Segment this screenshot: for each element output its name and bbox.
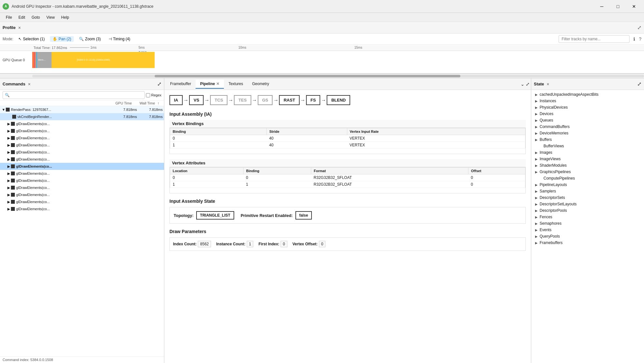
state-item-imageviews[interactable]: ▶ ImageViews — [531, 156, 644, 162]
state-item-descriptorpools[interactable]: ▶ DescriptorPools — [531, 207, 644, 214]
minimize-button[interactable]: ─ — [594, 1, 609, 12]
regex-checkbox-label[interactable]: Regex — [146, 93, 161, 97]
selection-mode-button[interactable]: ↖ Selection (1) — [16, 36, 47, 42]
state-item-descriptorsets[interactable]: ▶ DescriptorSets — [531, 194, 644, 201]
list-item[interactable]: ▶ glDrawElements(co... — [0, 177, 164, 184]
tab-textures[interactable]: Textures — [224, 80, 247, 89]
stage-tes[interactable]: TES — [234, 95, 251, 105]
expand-arrow-icon[interactable]: ▶ — [6, 136, 11, 140]
expand-arrow-icon[interactable]: ▶ — [6, 150, 11, 154]
expand-arrow-icon[interactable]: ▶ — [6, 122, 11, 126]
stage-gs[interactable]: GS — [258, 95, 273, 105]
timeline-scrollbar[interactable] — [0, 74, 644, 78]
expand-arrow-icon[interactable]: ▶ — [6, 172, 11, 176]
state-item-instances[interactable]: ▶ Instances — [531, 98, 644, 104]
expand-arrow-icon[interactable]: ▶ — [6, 186, 11, 190]
state-item-descriptorsetlayouts[interactable]: ▶ DescriptorSetLayouts — [531, 201, 644, 207]
state-item-graphicspipelines[interactable]: ▶ GraphicsPipelines — [531, 169, 644, 175]
state-item-images[interactable]: ▶ Images — [531, 149, 644, 156]
zoom-mode-button[interactable]: 🔍 Zoom (3) — [76, 36, 103, 42]
expand-arrow-icon[interactable]: ▶ — [6, 207, 11, 211]
expand-arrow-icon[interactable]: ▶ — [6, 157, 11, 162]
list-item[interactable]: ▶ glDrawElements(co... — [0, 142, 164, 149]
list-item[interactable]: ▶ glDrawElements(co... — [0, 134, 164, 142]
list-item[interactable]: ▶ glDrawElements(co... — [0, 191, 164, 198]
stage-blend[interactable]: BLEND — [327, 95, 350, 105]
filter-tracks-input[interactable] — [559, 35, 630, 43]
profile-close-button[interactable]: × — [18, 25, 21, 30]
expand-arrow-icon[interactable]: ▶ — [6, 129, 11, 133]
stage-fs[interactable]: FS — [306, 95, 321, 105]
list-item[interactable]: ▶ glDrawElements(co... — [0, 198, 164, 205]
expand-arrow-icon[interactable]: ▼ — [1, 108, 6, 112]
profile-expand-button[interactable]: ⤢ — [637, 25, 641, 31]
expand-arrow-icon[interactable]: ▶ — [6, 179, 11, 183]
state-list[interactable]: ▶ cachedUnpackedImageAspectBits ▶ Instan… — [531, 90, 644, 363]
commands-expand-button[interactable]: ⤢ — [157, 81, 161, 87]
state-item-devicememories[interactable]: ▶ DeviceMemories — [531, 130, 644, 136]
stage-tcs[interactable]: TCS — [210, 95, 227, 105]
expand-arrow-icon[interactable]: ▶ — [6, 164, 11, 169]
timing-mode-button[interactable]: ⊣ Timing (4) — [106, 36, 133, 42]
close-button[interactable]: ✕ — [627, 1, 641, 12]
list-item[interactable]: ▶ vkCmdBeginRender... 7.818ms 7.818ms — [0, 113, 164, 120]
help-button[interactable]: ? — [639, 36, 641, 42]
stage-ia[interactable]: IA — [169, 95, 183, 105]
menu-edit[interactable]: Edit — [15, 15, 28, 20]
state-item-commandbuffers[interactable]: ▶ CommandBuffers — [531, 123, 644, 130]
state-item-fences[interactable]: ▶ Fences — [531, 214, 644, 220]
state-item-querypools[interactable]: ▶ QueryPools — [531, 233, 644, 240]
menu-view[interactable]: View — [43, 15, 58, 20]
list-item[interactable]: ▶ glDrawElements(co... — [0, 184, 164, 191]
state-item-bufferviews[interactable]: ▶ BufferViews — [531, 143, 644, 149]
state-item-buffers[interactable]: ▶ Buffers — [531, 136, 644, 143]
state-close-button[interactable]: × — [547, 82, 549, 87]
pipeline-tab-close-button[interactable]: ✕ — [216, 82, 219, 86]
state-item-cachedunpacked[interactable]: ▶ cachedUnpackedImageAspectBits — [531, 91, 644, 98]
list-item[interactable]: ▶ glDrawElements(co... — [0, 127, 164, 134]
commands-close-button[interactable]: × — [28, 82, 31, 87]
menu-file[interactable]: File — [3, 15, 15, 20]
vertex-attributes-scrollable[interactable]: Location Binding Format Offset 0 — [170, 167, 525, 193]
state-item-pipelinelayouts[interactable]: ▶ PipelineLayouts — [531, 182, 644, 188]
list-item[interactable]: ▶ glDrawElements(co... — [0, 120, 164, 127]
regex-checkbox[interactable] — [146, 93, 150, 97]
menu-goto[interactable]: Goto — [28, 15, 43, 20]
expand-arrow-icon[interactable]: ▶ — [6, 200, 11, 204]
sort-arrow-icon[interactable]: ↑ — [158, 101, 161, 105]
state-item-events[interactable]: ▶ Events — [531, 227, 644, 233]
list-item[interactable]: ▶ glDrawElements(co... — [0, 149, 164, 156]
state-item-samplers[interactable]: ▶ Samplers — [531, 188, 644, 194]
list-item[interactable]: ▼ RenderPass: 12970367... 7.818ms 7.818m… — [0, 106, 164, 113]
list-item[interactable]: ▶ glDrawElements(co... — [0, 163, 164, 170]
maximize-button[interactable]: □ — [610, 1, 625, 12]
menu-help[interactable]: Help — [58, 15, 72, 20]
state-item-framebuffers[interactable]: ▶ Framebuffers — [531, 240, 644, 246]
vertex-bindings-scrollable[interactable]: Binding Stride Vertex Input Rate 0 40 — [170, 128, 525, 154]
state-expand-button[interactable]: ⤢ — [637, 81, 641, 87]
list-item[interactable]: ▶ glDrawElements(co... — [0, 170, 164, 177]
stage-rast[interactable]: RAST — [279, 95, 299, 105]
pan-mode-button[interactable]: ✋ Pan (2) — [50, 36, 74, 42]
commands-list[interactable]: ▼ RenderPass: 12970367... 7.818ms 7.818m… — [0, 106, 164, 356]
state-item-devices[interactable]: ▶ Devices — [531, 111, 644, 117]
tabs-expand-button[interactable]: ⤢ — [526, 82, 530, 87]
state-item-physicaldevices[interactable]: ▶ PhysicalDevices — [531, 104, 644, 111]
tab-framebuffer[interactable]: Framebuffer — [166, 80, 196, 89]
commands-search-input[interactable] — [3, 91, 145, 99]
state-item-queues[interactable]: ▶ Queues — [531, 117, 644, 123]
gpu-queue-tracks[interactable]: [5384 0... [5384 0 0 1110] (2280x1080) R… — [32, 52, 644, 68]
tab-geometry[interactable]: Geometry — [248, 80, 274, 89]
expand-arrow-icon[interactable]: ▶ — [6, 143, 11, 147]
info-button[interactable]: ℹ — [633, 36, 635, 42]
list-item[interactable]: ▶ glDrawElements(co... — [0, 156, 164, 163]
state-item-shadermodules[interactable]: ▶ ShaderModules — [531, 162, 644, 169]
tabs-more-button[interactable]: ⌄ — [521, 82, 524, 87]
stage-vs[interactable]: VS — [189, 95, 204, 105]
list-item[interactable]: ▶ glDrawElements(co... — [0, 205, 164, 212]
expand-arrow-icon[interactable]: ▶ — [6, 193, 11, 197]
state-item-computepipelines[interactable]: ▶ ComputePipelines — [531, 175, 644, 182]
command-label: glDrawElements(co... — [16, 157, 163, 161]
state-item-semaphores[interactable]: ▶ Semaphores — [531, 220, 644, 227]
tab-pipeline[interactable]: Pipeline ✕ — [196, 80, 224, 89]
